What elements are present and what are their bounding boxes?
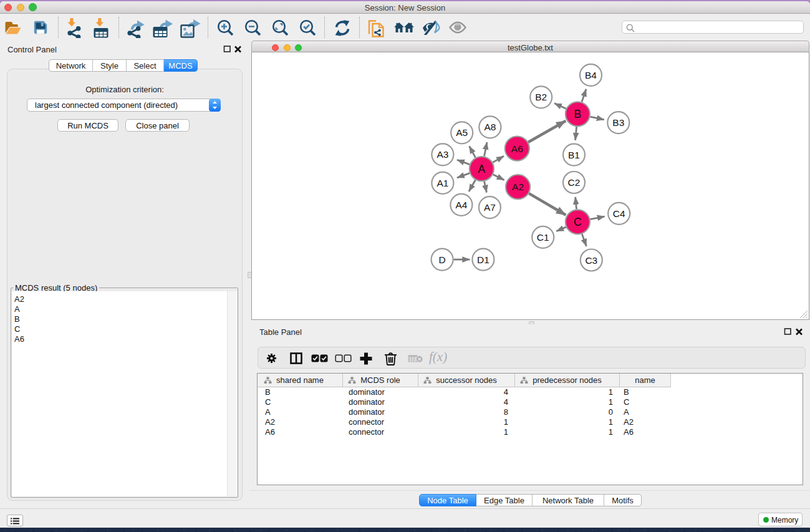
svg-text:A5: A5 (456, 127, 468, 138)
svg-text:A6: A6 (511, 143, 523, 154)
svg-text:A7: A7 (484, 202, 496, 213)
svg-text:B: B (574, 108, 582, 120)
svg-text:A1: A1 (436, 178, 448, 188)
svg-text:C1: C1 (537, 232, 549, 243)
svg-text:A4: A4 (455, 200, 467, 210)
svg-text:B4: B4 (585, 70, 597, 80)
svg-text:C3: C3 (585, 255, 597, 266)
svg-text:A2: A2 (512, 181, 524, 192)
svg-text:C2: C2 (568, 177, 581, 188)
svg-text:A8: A8 (484, 122, 496, 132)
svg-text:A: A (478, 163, 486, 175)
svg-text:C4: C4 (613, 208, 625, 219)
svg-text:D: D (438, 254, 445, 265)
svg-text:B1: B1 (568, 150, 580, 160)
svg-text:B2: B2 (535, 92, 547, 102)
svg-text:B3: B3 (612, 117, 624, 128)
svg-text:A3: A3 (436, 149, 448, 160)
svg-text:D1: D1 (477, 254, 489, 265)
svg-text:C: C (574, 216, 582, 228)
